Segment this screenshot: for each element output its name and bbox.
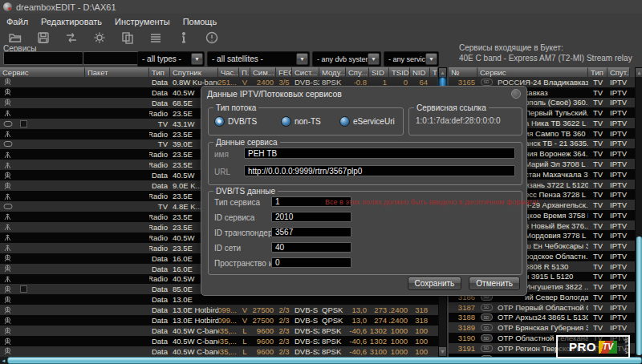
dvb-system-filter-dropdown[interactable]: - any dvb system - ▼ bbox=[312, 51, 381, 67]
dialog-pin-icon[interactable] bbox=[511, 89, 521, 99]
table-row[interactable]: Data13.0E Hotbird ...1099...V275002/3DVB… bbox=[0, 305, 438, 315]
table-cell bbox=[250, 294, 276, 305]
dialog-title-bar: Данные IPTV/Потоковых сервисов bbox=[201, 87, 526, 100]
table-row[interactable]: Data40.5W C-band ...3935,...L96002/3DVB-… bbox=[0, 346, 438, 357]
table-cell: 1000 bbox=[389, 336, 410, 346]
table-cell: Data bbox=[149, 315, 170, 326]
bouquet-name: 40E C band - Express AM7 (T2-MI) Stream … bbox=[459, 54, 632, 63]
left-column-header[interactable]: Сим... bbox=[250, 67, 276, 77]
service-link-group-label: Сервисная ссылка bbox=[414, 103, 489, 112]
menu-tools[interactable]: Инструменты bbox=[108, 15, 177, 28]
data-service-icon bbox=[3, 306, 12, 314]
package-filter-input[interactable] bbox=[83, 51, 139, 65]
table-cell: 13,0 bbox=[346, 315, 369, 326]
horizontal-scrollbar[interactable]: ◄ bbox=[0, 357, 642, 364]
scrollbar-thumb[interactable] bbox=[7, 357, 642, 364]
table-cell: Data bbox=[149, 253, 170, 264]
data-service-icon bbox=[3, 182, 12, 190]
transponder-id-field[interactable] bbox=[271, 227, 351, 237]
right-table-scrollbar[interactable]: ▲ bbox=[635, 67, 642, 364]
sd-badge-icon: SD bbox=[481, 313, 493, 321]
dvbts-group-label: DVB/TS данные bbox=[213, 187, 278, 196]
chevron-down-icon[interactable]: ▼ bbox=[425, 53, 437, 65]
left-column-header[interactable]: SID bbox=[369, 67, 389, 77]
settings-icon[interactable] bbox=[91, 30, 108, 45]
dvb-system-filter-value: - any dvb system - bbox=[313, 55, 368, 63]
right-column-header[interactable]: Спут... bbox=[607, 67, 630, 77]
decimal-format-warning: Все в этих полях должно быть введено в д… bbox=[325, 198, 538, 206]
left-column-header[interactable]: Сист... bbox=[292, 67, 319, 77]
save-button[interactable]: Сохранить bbox=[408, 277, 462, 290]
radio-nonts[interactable]: non-TS bbox=[281, 116, 321, 127]
satellite-filter-dropdown[interactable]: - all satellites - ▼ bbox=[207, 51, 310, 67]
copy-icon[interactable] bbox=[119, 30, 136, 45]
left-column-header[interactable]: Тип bbox=[430, 67, 438, 77]
service-id-field[interactable] bbox=[271, 212, 351, 222]
scroll-up-icon[interactable]: ▲ bbox=[636, 68, 642, 77]
left-column-header[interactable]: Моду... bbox=[319, 67, 346, 77]
data-service-icon bbox=[3, 254, 12, 262]
table-row[interactable]: Data13.0E Hotbird ...1099...V275002/3DVB… bbox=[0, 315, 438, 326]
right-column-header[interactable]: № bbox=[449, 67, 477, 77]
left-column-header[interactable]: П... bbox=[239, 67, 250, 77]
radio-icon[interactable] bbox=[214, 116, 225, 127]
chevron-down-icon[interactable]: ▼ bbox=[368, 53, 380, 65]
info-icon[interactable] bbox=[175, 30, 193, 45]
dvbts-data-group: DVB/TS данные Тип сервиса Все в этих пол… bbox=[208, 191, 522, 275]
radio-icon[interactable] bbox=[339, 116, 350, 127]
scroll-down-icon[interactable]: ▼ bbox=[439, 347, 446, 356]
menu-file[interactable]: Файл bbox=[0, 15, 35, 28]
bouquet-row[interactable]: 3188SDОТР Архыз24 3865 L 5130TVIPTV bbox=[449, 313, 635, 323]
radio-dvbts[interactable]: DVB/TS bbox=[214, 116, 257, 127]
table-cell: Data bbox=[149, 336, 170, 346]
left-column-header[interactable]: TSID bbox=[389, 67, 410, 77]
service-link-value: 1:0:1:7da:def:28:0:0:0:0 bbox=[416, 116, 501, 125]
scrollbar-thumb[interactable] bbox=[636, 237, 642, 355]
left-column-header[interactable]: Спутник bbox=[170, 67, 218, 77]
scroll-up-icon[interactable]: ▲ bbox=[439, 68, 446, 77]
table-row[interactable]: Data40.5W C-band ...3935,...L96002/3DVB-… bbox=[0, 326, 438, 336]
chevron-down-icon[interactable]: ▼ bbox=[296, 53, 308, 65]
radio-icon[interactable] bbox=[281, 116, 291, 127]
table-cell: 3935,... bbox=[218, 326, 239, 336]
sd-badge-icon: SD bbox=[481, 324, 493, 331]
left-column-header[interactable]: FEC bbox=[276, 67, 292, 77]
save-icon[interactable] bbox=[35, 30, 52, 45]
service-data-group-label: Данные сервиса bbox=[213, 138, 280, 147]
left-column-header[interactable]: Тип bbox=[149, 67, 170, 77]
transfer-icon[interactable] bbox=[63, 30, 80, 45]
left-column-header[interactable]: Сервис bbox=[0, 67, 85, 77]
right-column-header[interactable]: Сервис bbox=[477, 67, 588, 77]
table-cell bbox=[389, 294, 410, 305]
url-field[interactable] bbox=[244, 165, 515, 176]
about-icon[interactable] bbox=[203, 30, 221, 45]
menu-edit[interactable]: Редактировать bbox=[35, 15, 108, 28]
list-icon[interactable] bbox=[147, 30, 165, 45]
service-filter-input[interactable] bbox=[3, 51, 83, 65]
namespace-field[interactable] bbox=[271, 257, 351, 268]
left-column-header[interactable]: Час... bbox=[218, 67, 239, 77]
table-cell: Radio bbox=[149, 160, 170, 170]
radio-eserviceuri[interactable]: eServiceUri bbox=[339, 116, 395, 127]
left-column-header[interactable]: NID bbox=[410, 67, 430, 77]
name-field[interactable] bbox=[244, 148, 515, 159]
cancel-button[interactable]: Отменить bbox=[469, 277, 520, 290]
left-column-header[interactable]: Пакет bbox=[85, 67, 149, 77]
left-table-header: СервисПакетТипСпутникЧас...П...Сим...FEC… bbox=[0, 67, 438, 77]
right-column-header[interactable]: Тип bbox=[588, 67, 607, 77]
open-icon[interactable] bbox=[6, 30, 24, 45]
table-row[interactable]: Data40.5W C-band ...3935,...L96002/3DVB-… bbox=[0, 336, 438, 346]
chevron-down-icon[interactable]: ▼ bbox=[191, 53, 203, 65]
scroll-left-icon[interactable]: ◄ bbox=[0, 357, 7, 364]
table-row[interactable]: Data13.0E bbox=[0, 294, 438, 305]
menu-help[interactable]: Помощь bbox=[177, 15, 224, 28]
bouquet-row[interactable]: 3187SDОТР Первый Областной Ор...TVIPTV bbox=[449, 302, 635, 313]
left-column-header[interactable]: Спу... bbox=[346, 67, 369, 77]
type-filter-dropdown[interactable]: - all types - ▼ bbox=[137, 51, 205, 67]
bouquet-row[interactable]: 3189SDОТР Брянская Губерния 387...TVIPTV bbox=[449, 322, 635, 333]
sd-badge-icon: SD bbox=[481, 79, 493, 86]
network-id-field[interactable] bbox=[271, 242, 351, 253]
radio-service-icon bbox=[3, 275, 12, 283]
table-cell: 2/3 bbox=[276, 315, 292, 326]
service-type-filter-dropdown[interactable]: - any service - ▼ bbox=[384, 51, 439, 67]
